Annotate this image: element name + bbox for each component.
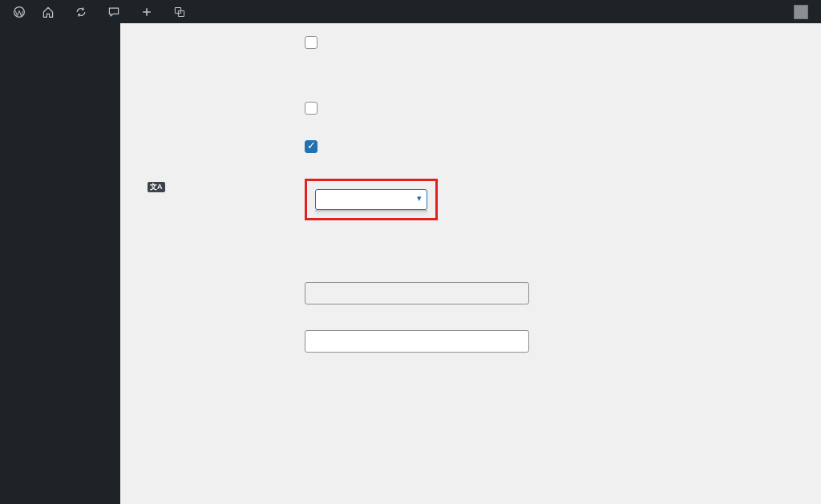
wordpress-icon <box>13 6 26 18</box>
admin-sidebar <box>0 23 120 504</box>
syntax-highlighting-checkbox-label[interactable] <box>305 36 797 49</box>
language-highlight-box <box>305 179 438 220</box>
toolbar-checkbox-label[interactable] <box>305 140 797 153</box>
home-icon <box>42 6 55 18</box>
wp-logo[interactable] <box>6 6 32 18</box>
translate-icon: 文A <box>148 182 165 192</box>
language-select[interactable] <box>315 189 427 210</box>
admin-toolbar <box>0 0 821 23</box>
comments-link[interactable] <box>101 6 131 18</box>
refresh-icon <box>75 6 87 18</box>
username-input <box>305 282 529 304</box>
first-name-label <box>144 330 305 353</box>
first-name-input[interactable] <box>305 330 529 353</box>
syntax-highlighting-label <box>144 36 305 49</box>
username-label <box>144 282 305 304</box>
keyboard-shortcuts-checkbox[interactable] <box>305 102 317 115</box>
site-name-link[interactable] <box>35 6 65 18</box>
toolbar-label <box>144 140 305 153</box>
updates-link[interactable] <box>68 6 98 18</box>
plus-icon <box>140 6 153 18</box>
language-dropdown <box>315 210 427 212</box>
translate-link[interactable] <box>167 6 196 18</box>
profile-form: 文A <box>120 23 821 504</box>
new-link[interactable] <box>134 6 164 18</box>
color-scheme-label <box>144 75 305 76</box>
keyboard-shortcuts-checkbox-label[interactable] <box>305 102 797 115</box>
comment-icon <box>107 6 120 18</box>
toolbar-checkbox[interactable] <box>305 140 317 153</box>
account-link[interactable] <box>783 5 815 19</box>
language-label: 文A <box>144 179 305 223</box>
syntax-highlighting-checkbox[interactable] <box>305 36 317 49</box>
keyboard-shortcuts-label <box>144 102 305 115</box>
translate-icon <box>173 6 186 18</box>
avatar <box>794 5 808 19</box>
